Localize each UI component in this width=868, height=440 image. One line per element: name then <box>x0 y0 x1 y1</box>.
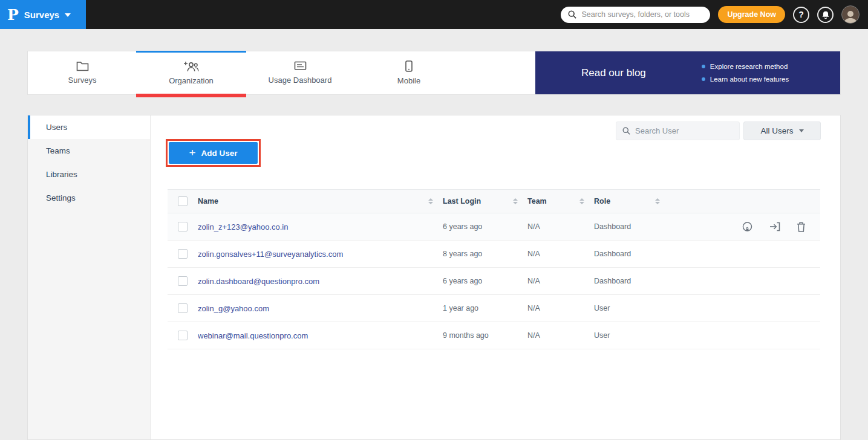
sidebar-item-label: Libraries <box>46 170 77 179</box>
role-cell: Dashboard <box>594 250 670 258</box>
team-cell: N/A <box>527 331 594 340</box>
header-role[interactable]: Role <box>594 197 670 205</box>
last-login-cell: 1 year ago <box>443 304 527 312</box>
tab-organization[interactable]: Organization <box>137 51 246 94</box>
table-row[interactable]: zolin.gonsalves+11@surveyanalytics.com 8… <box>168 241 820 268</box>
blog-bullet-item: Explore research method <box>702 63 789 70</box>
user-avatar[interactable] <box>841 5 860 24</box>
user-filter-dropdown[interactable]: All Users <box>743 121 821 140</box>
question-mark: ? <box>798 10 804 19</box>
role-cell: User <box>594 304 670 312</box>
people-add-icon <box>183 61 199 72</box>
top-bar: P Surveys Upgrade Now ? <box>0 0 868 29</box>
dashboard-icon <box>294 61 307 71</box>
team-cell: N/A <box>527 222 594 231</box>
row-checkbox[interactable] <box>178 249 188 259</box>
table-header-row: Name Last Login Team Role <box>168 189 820 213</box>
sidebar-item-label: Teams <box>46 146 70 155</box>
row-checkbox[interactable] <box>178 276 188 286</box>
last-login-cell: 6 years ago <box>443 277 527 285</box>
table-row[interactable]: zolin.dashboard@questionpro.com 6 years … <box>168 268 820 295</box>
user-search-box[interactable] <box>616 121 740 140</box>
blog-promo-panel[interactable]: Read our blog Explore research method Le… <box>535 51 840 94</box>
upgrade-now-button[interactable]: Upgrade Now <box>718 6 785 23</box>
active-tab-underline <box>136 94 246 97</box>
tab-label: Usage Dashboard <box>269 76 332 85</box>
add-user-button[interactable]: + Add User <box>169 142 258 164</box>
app-menu-label: Surveys <box>24 10 59 20</box>
header-team[interactable]: Team <box>527 197 594 205</box>
tab-surveys[interactable]: Surveys <box>28 51 137 94</box>
header-name[interactable]: Name <box>198 197 443 205</box>
organization-panel: Users Teams Libraries Settings All Users… <box>27 115 841 440</box>
sidebar-item-teams[interactable]: Teams <box>28 139 150 163</box>
org-sidebar: Users Teams Libraries Settings <box>28 115 151 439</box>
users-content: All Users + Add User Name Last Login Tea… <box>151 115 840 439</box>
table-row[interactable]: webinar@mail.questionpro.com 9 months ag… <box>168 322 820 349</box>
select-all-checkbox[interactable] <box>178 196 188 206</box>
plus-icon: + <box>189 147 195 158</box>
app-switcher[interactable]: P Surveys <box>0 0 86 29</box>
search-icon <box>622 127 630 135</box>
folder-icon <box>76 61 89 71</box>
bullet-dot-icon <box>702 77 705 81</box>
global-search-input[interactable] <box>581 10 703 19</box>
add-user-annotation: + Add User <box>166 139 261 167</box>
blog-bullet-text: Learn about new features <box>710 76 789 83</box>
notifications-bell-icon[interactable] <box>817 7 834 23</box>
user-email-link[interactable]: zolin.dashboard@questionpro.com <box>198 277 443 286</box>
table-row[interactable]: zolin_z+123@yahoo.co.in 6 years ago N/A … <box>168 213 820 241</box>
sidebar-item-users[interactable]: Users <box>28 115 150 139</box>
sort-icon[interactable] <box>579 198 584 204</box>
row-checkbox[interactable] <box>178 303 188 313</box>
tab-label: Surveys <box>68 76 97 85</box>
row-checkbox[interactable] <box>178 222 188 231</box>
role-cell: User <box>594 331 670 340</box>
tab-mobile[interactable]: Mobile <box>354 51 463 94</box>
search-icon <box>568 10 576 19</box>
sidebar-item-label: Users <box>46 123 67 132</box>
header-label: Name <box>198 197 218 205</box>
add-user-label: Add User <box>201 149 238 158</box>
lock-circle-icon[interactable] <box>742 221 753 233</box>
team-cell: N/A <box>527 250 594 258</box>
bullet-dot-icon <box>702 65 705 68</box>
blog-title: Read our blog <box>581 67 646 79</box>
user-email-link[interactable]: zolin_z+123@yahoo.co.in <box>198 222 443 231</box>
header-label: Role <box>594 197 610 205</box>
role-cell: Dashboard <box>594 222 670 231</box>
user-email-link[interactable]: zolin.gonsalves+11@surveyanalytics.com <box>198 250 443 259</box>
role-cell: Dashboard <box>594 277 670 285</box>
blog-bullet-text: Explore research method <box>710 63 788 70</box>
sidebar-item-libraries[interactable]: Libraries <box>28 163 150 186</box>
active-tab-topline <box>136 51 246 53</box>
table-row[interactable]: zolin_g@yahoo.com 1 year ago N/A User <box>168 295 820 322</box>
sidebar-item-label: Settings <box>46 193 76 202</box>
sort-icon[interactable] <box>655 198 660 204</box>
last-login-cell: 9 months ago <box>443 331 527 340</box>
chevron-down-icon <box>65 13 71 17</box>
sign-in-icon[interactable] <box>769 222 780 231</box>
global-search[interactable] <box>561 7 710 23</box>
row-checkbox[interactable] <box>178 331 188 340</box>
tab-usage-dashboard[interactable]: Usage Dashboard <box>246 51 354 94</box>
header-label: Team <box>527 197 547 205</box>
sort-icon[interactable] <box>428 198 433 204</box>
last-login-cell: 6 years ago <box>443 222 527 231</box>
header-last-login[interactable]: Last Login <box>443 197 527 205</box>
user-email-link[interactable]: webinar@mail.questionpro.com <box>198 331 443 340</box>
trash-icon[interactable] <box>797 222 806 232</box>
sidebar-item-settings[interactable]: Settings <box>28 186 150 210</box>
last-login-cell: 8 years ago <box>443 250 527 258</box>
tab-label: Mobile <box>397 76 420 85</box>
questionpro-logo: P <box>7 7 19 22</box>
sort-icon[interactable] <box>513 198 518 204</box>
help-icon[interactable]: ? <box>793 7 809 23</box>
header-label: Last Login <box>443 197 481 205</box>
tab-label: Organization <box>169 76 214 85</box>
blog-bullet-item: Learn about new features <box>702 76 789 83</box>
primary-nav: Surveys Organization Usage Dashboard Mob… <box>27 51 841 95</box>
user-search-input[interactable] <box>635 126 742 135</box>
user-email-link[interactable]: zolin_g@yahoo.com <box>198 304 443 313</box>
team-cell: N/A <box>527 304 594 312</box>
